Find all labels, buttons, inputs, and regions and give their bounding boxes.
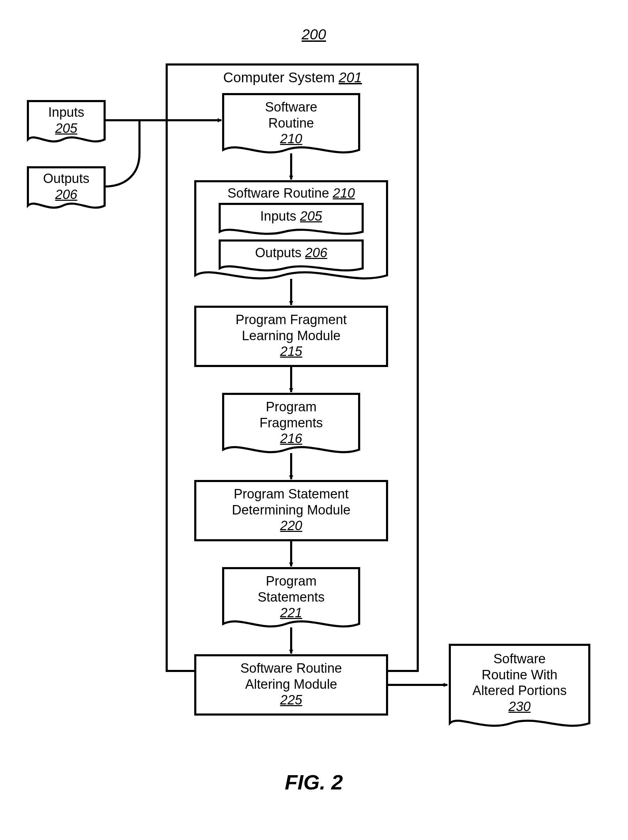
altering-module-box: Software RoutineAltering Module 225 xyxy=(195,660,387,708)
inputs-ext-ref: 205 xyxy=(55,121,77,136)
frag-learning-ref: 215 xyxy=(280,344,302,358)
outputs-inner-label: Outputs xyxy=(255,245,301,260)
output-box: SoftwareRoutine WithAltered Portions 230 xyxy=(450,651,589,715)
stmt-determining-box: Program StatementDetermining Module 220 xyxy=(195,486,387,534)
outputs-inner-box: Outputs 206 xyxy=(220,245,363,261)
inputs-inner-label: Inputs xyxy=(260,209,296,223)
inputs-inner-ref: 205 xyxy=(300,209,322,223)
software-routine-top-ref: 210 xyxy=(280,131,302,146)
outputs-inner-ref: 206 xyxy=(305,245,327,260)
program-fragments-box: ProgramFragments 216 xyxy=(223,399,359,447)
figure-number: 200 xyxy=(279,26,349,43)
program-statements-box: ProgramStatements 221 xyxy=(223,573,359,621)
outputs-ext-label: Outputs xyxy=(43,171,89,186)
software-routine-top-box: SoftwareRoutine 210 xyxy=(223,99,359,147)
computer-system-title: Computer System 201 xyxy=(223,70,362,85)
software-routine-group-label: Software Routine xyxy=(227,186,329,201)
frag-learning-label: Program FragmentLearning Module xyxy=(236,312,347,343)
stmt-determining-label: Program StatementDetermining Module xyxy=(232,486,350,517)
software-routine-group-ref: 210 xyxy=(333,186,354,201)
outputs-ext-ref: 206 xyxy=(55,187,77,202)
program-statements-ref: 221 xyxy=(280,605,302,620)
inputs-ext-label: Inputs xyxy=(48,105,84,120)
program-fragments-label: ProgramFragments xyxy=(259,399,323,430)
inputs-inner-box: Inputs 205 xyxy=(220,208,363,224)
computer-system-ref: 201 xyxy=(339,70,362,85)
inputs-ext-box: Inputs 205 xyxy=(28,104,104,136)
software-routine-top-label: SoftwareRoutine xyxy=(265,100,317,130)
output-box-ref: 230 xyxy=(508,699,530,714)
program-fragments-ref: 216 xyxy=(280,431,302,446)
outputs-ext-box: Outputs 206 xyxy=(28,171,104,202)
program-statements-label: ProgramStatements xyxy=(258,574,324,605)
output-box-label: SoftwareRoutine WithAltered Portions xyxy=(473,651,566,698)
frag-learning-box: Program FragmentLearning Module 215 xyxy=(195,312,387,360)
altering-module-label: Software RoutineAltering Module xyxy=(240,661,342,692)
altering-module-ref: 225 xyxy=(280,693,302,707)
software-routine-group-title: Software Routine 210 xyxy=(202,185,380,202)
figure-caption: FIG. 2 xyxy=(251,770,376,794)
stmt-determining-ref: 220 xyxy=(280,518,302,533)
computer-system-label: Computer System xyxy=(223,70,335,85)
